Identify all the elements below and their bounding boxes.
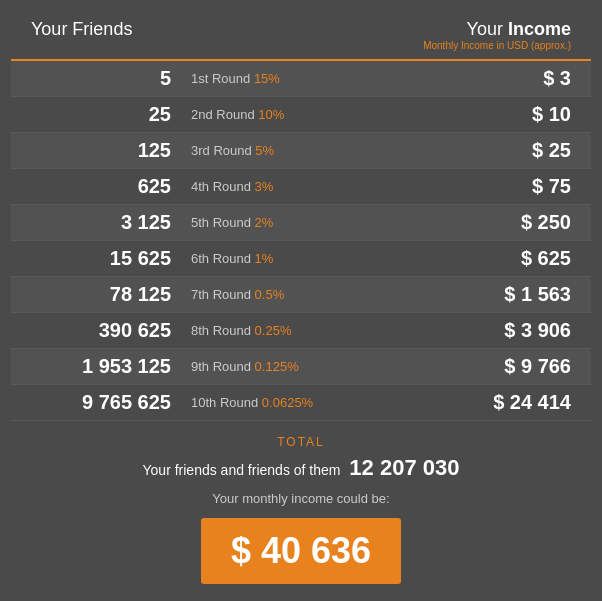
friends-value: 5 — [31, 67, 191, 90]
friends-value: 3 125 — [31, 211, 191, 234]
round-info: 8th Round 0.25% — [191, 323, 431, 338]
table-row: 390 625 8th Round 0.25% $ 3 906 — [11, 313, 591, 349]
table-row: 25 2nd Round 10% $ 10 — [11, 97, 591, 133]
total-friends-text: Your friends and friends of them 12 207 … — [31, 455, 571, 481]
table-row: 625 4th Round 3% $ 75 — [11, 169, 591, 205]
round-pct: 0.0625% — [262, 395, 313, 410]
round-label: 10th Round — [191, 395, 262, 410]
round-info: 1st Round 15% — [191, 71, 431, 86]
total-section: TOTAL Your friends and friends of them 1… — [11, 421, 591, 592]
big-amount: $ 40 636 — [201, 518, 401, 584]
friends-value: 9 765 625 — [31, 391, 191, 414]
round-info: 10th Round 0.0625% — [191, 395, 431, 410]
income-value: $ 10 — [431, 103, 571, 126]
friends-value: 125 — [31, 139, 191, 162]
income-value: $ 3 — [431, 67, 571, 90]
round-label: 4th Round — [191, 179, 255, 194]
round-info: 6th Round 1% — [191, 251, 431, 266]
round-pct: 0.125% — [255, 359, 299, 374]
round-pct: 0.25% — [255, 323, 292, 338]
round-info: 7th Round 0.5% — [191, 287, 431, 302]
friends-header: Your Friends — [31, 19, 132, 40]
income-value: $ 3 906 — [431, 319, 571, 342]
total-friends-prefix: Your friends and friends of them — [143, 462, 341, 478]
income-value: $ 1 563 — [431, 283, 571, 306]
friends-value: 25 — [31, 103, 191, 126]
income-subtitle: Monthly Income in USD (approx.) — [423, 40, 571, 51]
income-value: $ 75 — [431, 175, 571, 198]
round-info: 9th Round 0.125% — [191, 359, 431, 374]
round-info: 4th Round 3% — [191, 179, 431, 194]
round-pct: 10% — [258, 107, 284, 122]
round-info: 3rd Round 5% — [191, 143, 431, 158]
round-info: 2nd Round 10% — [191, 107, 431, 122]
table-row: 78 125 7th Round 0.5% $ 1 563 — [11, 277, 591, 313]
round-pct: 5% — [255, 143, 274, 158]
table-row: 15 625 6th Round 1% $ 625 — [11, 241, 591, 277]
round-label: 7th Round — [191, 287, 255, 302]
round-pct: 0.5% — [255, 287, 285, 302]
round-label: 8th Round — [191, 323, 255, 338]
round-label: 5th Round — [191, 215, 255, 230]
total-friends-value: 12 207 030 — [349, 455, 459, 480]
table-row: 125 3rd Round 5% $ 25 — [11, 133, 591, 169]
header-row: Your Friends Your Income Monthly Income … — [11, 9, 591, 61]
income-header: Your Income Monthly Income in USD (appro… — [423, 19, 571, 51]
round-pct: 3% — [255, 179, 274, 194]
round-label: 3rd Round — [191, 143, 255, 158]
round-pct: 2% — [255, 215, 274, 230]
friends-value: 390 625 — [31, 319, 191, 342]
income-value: $ 250 — [431, 211, 571, 234]
round-label: 1st Round — [191, 71, 254, 86]
round-pct: 1% — [255, 251, 274, 266]
monthly-income-label: Your monthly income could be: — [31, 491, 571, 506]
friends-value: 1 953 125 — [31, 355, 191, 378]
income-value: $ 625 — [431, 247, 571, 270]
round-label: 9th Round — [191, 359, 255, 374]
round-label: 6th Round — [191, 251, 255, 266]
income-value: $ 9 766 — [431, 355, 571, 378]
round-pct: 15% — [254, 71, 280, 86]
table-row: 3 125 5th Round 2% $ 250 — [11, 205, 591, 241]
table-row: 5 1st Round 15% $ 3 — [11, 61, 591, 97]
friends-value: 78 125 — [31, 283, 191, 306]
income-value: $ 25 — [431, 139, 571, 162]
income-bold: Income — [508, 19, 571, 39]
friends-value: 625 — [31, 175, 191, 198]
income-your: Your — [467, 19, 503, 39]
table-row: 9 765 625 10th Round 0.0625% $ 24 414 — [11, 385, 591, 421]
income-value: $ 24 414 — [431, 391, 571, 414]
rows-container: 5 1st Round 15% $ 3 25 2nd Round 10% $ 1… — [11, 61, 591, 421]
round-label: 2nd Round — [191, 107, 258, 122]
main-container: Your Friends Your Income Monthly Income … — [11, 9, 591, 592]
table-row: 1 953 125 9th Round 0.125% $ 9 766 — [11, 349, 591, 385]
round-info: 5th Round 2% — [191, 215, 431, 230]
income-title: Your Income — [423, 19, 571, 40]
total-label: TOTAL — [31, 435, 571, 449]
friends-value: 15 625 — [31, 247, 191, 270]
